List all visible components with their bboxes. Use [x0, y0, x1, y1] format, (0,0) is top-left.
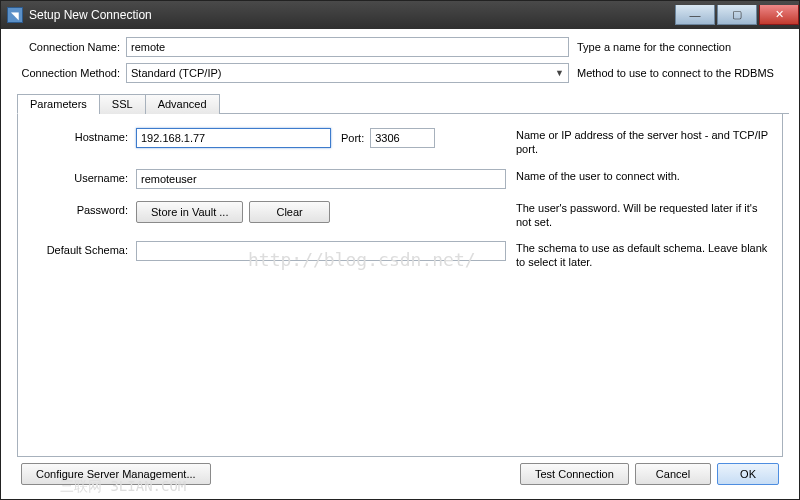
clear-password-button[interactable]: Clear	[249, 201, 329, 223]
hostname-help: Name or IP address of the server host - …	[506, 128, 774, 157]
tab-panel-parameters: Hostname: Port: Name or IP address of th…	[17, 114, 783, 457]
password-label: Password:	[26, 201, 136, 216]
dialog-content: Connection Name: Type a name for the con…	[1, 29, 799, 499]
connection-name-help: Type a name for the connection	[569, 41, 789, 53]
username-label: Username:	[26, 169, 136, 184]
tab-parameters[interactable]: Parameters	[17, 94, 100, 114]
connection-method-label: Connection Method:	[11, 67, 126, 79]
chevron-down-icon: ▼	[555, 68, 564, 78]
close-button[interactable]: ✕	[759, 5, 799, 25]
default-schema-help: The schema to use as default schema. Lea…	[506, 241, 774, 270]
configure-server-management-button[interactable]: Configure Server Management...	[21, 463, 211, 485]
default-schema-input[interactable]	[136, 241, 506, 261]
username-help: Name of the user to connect with.	[506, 169, 774, 183]
cancel-button[interactable]: Cancel	[635, 463, 711, 485]
default-schema-label: Default Schema:	[26, 241, 136, 256]
connection-method-value: Standard (TCP/IP)	[131, 67, 221, 79]
password-help: The user's password. Will be requested l…	[506, 201, 774, 230]
connection-name-input[interactable]	[126, 37, 569, 57]
hostname-label: Hostname:	[26, 128, 136, 143]
ok-button[interactable]: OK	[717, 463, 779, 485]
minimize-button[interactable]: —	[675, 5, 715, 25]
window-buttons: — ▢ ✕	[675, 5, 799, 25]
port-input[interactable]	[370, 128, 435, 148]
hostname-input[interactable]	[136, 128, 331, 148]
test-connection-button[interactable]: Test Connection	[520, 463, 629, 485]
maximize-button[interactable]: ▢	[717, 5, 757, 25]
tab-ssl[interactable]: SSL	[99, 94, 146, 114]
connection-method-dropdown[interactable]: Standard (TCP/IP) ▼	[126, 63, 569, 83]
app-icon: ◥	[7, 7, 23, 23]
dialog-window: ◥ Setup New Connection — ▢ ✕ Connection …	[0, 0, 800, 500]
username-input[interactable]	[136, 169, 506, 189]
connection-name-label: Connection Name:	[11, 41, 126, 53]
tab-strip: Parameters SSL Advanced	[17, 93, 789, 114]
store-in-vault-button[interactable]: Store in Vault ...	[136, 201, 243, 223]
dialog-footer: Configure Server Management... Test Conn…	[11, 457, 789, 493]
port-label: Port:	[341, 132, 364, 144]
window-title: Setup New Connection	[29, 8, 675, 22]
titlebar[interactable]: ◥ Setup New Connection — ▢ ✕	[1, 1, 799, 29]
tab-advanced[interactable]: Advanced	[145, 94, 220, 114]
connection-method-help: Method to use to connect to the RDBMS	[569, 67, 789, 79]
